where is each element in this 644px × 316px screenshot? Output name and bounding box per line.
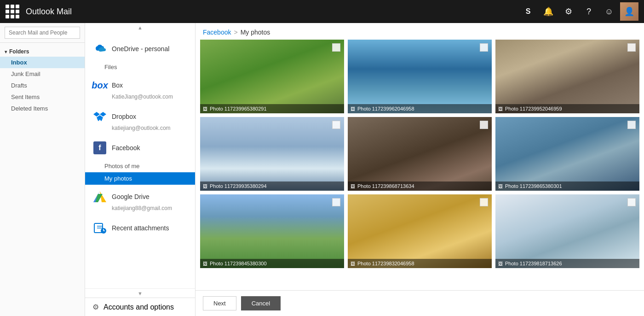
dropbox-email: katiejiang@outlook.com xyxy=(92,125,188,131)
sidebar-item-junk[interactable]: Junk Email xyxy=(0,68,85,80)
photo-item-2[interactable]: 🖼 Photo 117239962046958 xyxy=(348,40,492,113)
scroll-up-arrow[interactable]: ▲ xyxy=(85,23,195,32)
breadcrumb-current: My photos xyxy=(241,29,270,36)
source-facebook[interactable]: f Facebook xyxy=(85,136,195,160)
onedrive-icon xyxy=(92,41,107,56)
sidebar-item-deleted[interactable]: Deleted Items xyxy=(0,103,85,114)
source-googledrive[interactable]: Google Drive katiejiang88@gmail.com xyxy=(85,185,195,216)
cancel-button[interactable]: Cancel xyxy=(241,296,281,310)
folders-section: ▾ Folders Inbox Junk Email Drafts Sent I… xyxy=(0,43,85,118)
photo-checkbox-8[interactable] xyxy=(480,198,488,206)
photo-label-6: 🖼 Photo 117239865380301 xyxy=(495,181,639,191)
sidebar-item-sent[interactable]: Sent Items xyxy=(0,91,85,103)
photo-checkbox-2[interactable] xyxy=(480,43,488,52)
scroll-down-arrow[interactable]: ▼ xyxy=(85,288,195,298)
photo-icon-4: 🖼 xyxy=(203,184,207,189)
search-input[interactable] xyxy=(5,27,80,39)
box-icon: box xyxy=(92,78,107,93)
photo-label-5: 🖼 Photo 117239868713634 xyxy=(348,181,492,191)
photo-item-5[interactable]: 🖼 Photo 117239868713634 xyxy=(348,117,492,191)
photo-icon-7: 🖼 xyxy=(203,261,207,266)
photo-item-3[interactable]: 🖼 Photo 117239952046959 xyxy=(495,40,639,113)
breadcrumb: Facebook > My photos xyxy=(196,23,644,40)
photo-item-7[interactable]: 🖼 Photo 117239845380300 xyxy=(200,194,344,268)
bottom-bar: Next Cancel xyxy=(196,290,644,316)
googledrive-icon xyxy=(92,189,107,204)
photo-icon-5: 🖼 xyxy=(351,184,355,189)
photo-icon-3: 🖼 xyxy=(498,106,503,111)
photo-checkbox-3[interactable] xyxy=(627,43,636,52)
content-area: Facebook > My photos 🖼 Photo 11723996538… xyxy=(196,23,644,316)
smiley-button[interactable]: ☺ xyxy=(600,2,618,21)
photo-item-4[interactable]: 🖼 Photo 117239935380294 xyxy=(200,117,344,191)
accounts-label: Accounts and options xyxy=(104,303,174,311)
recent-attachments-icon xyxy=(92,221,107,235)
app-header: Outlook Mail S 🔔 ⚙ ? ☺ 👤 xyxy=(0,0,644,23)
photo-label-4: 🖼 Photo 117239935380294 xyxy=(200,181,344,191)
next-button[interactable]: Next xyxy=(203,296,236,310)
dropbox-name: Dropbox xyxy=(112,113,136,120)
photo-label-3: 🖼 Photo 117239952046959 xyxy=(495,104,639,113)
photo-checkbox-7[interactable] xyxy=(332,198,340,206)
box-name: Box xyxy=(112,82,123,89)
photo-icon-2: 🖼 xyxy=(351,106,355,111)
facebook-my-photos[interactable]: My photos xyxy=(85,172,195,185)
photo-icon-9: 🖼 xyxy=(498,261,503,266)
photo-label-7: 🖼 Photo 117239845380300 xyxy=(200,259,344,268)
source-box[interactable]: box Box KatieJiang@outlook.com xyxy=(85,73,195,105)
sidebar-left: ▾ Folders Inbox Junk Email Drafts Sent I… xyxy=(0,23,85,316)
header-icon-group: S 🔔 ⚙ ? ☺ 👤 xyxy=(519,2,638,21)
source-recent[interactable]: Recent attachments xyxy=(85,216,195,240)
waffle-menu[interactable] xyxy=(6,5,19,18)
sidebar-item-inbox[interactable]: Inbox xyxy=(0,57,85,68)
photo-checkbox-1[interactable] xyxy=(332,43,340,52)
folders-header[interactable]: ▾ Folders xyxy=(0,47,85,57)
source-dropbox[interactable]: Dropbox katiejiang@outlook.com xyxy=(85,105,195,136)
onedrive-name: OneDrive - personal xyxy=(112,45,169,53)
svg-marker-0 xyxy=(93,112,100,117)
photo-item-9[interactable]: 🖼 Photo 117239818713626 xyxy=(495,194,639,268)
folders-label: Folders xyxy=(9,48,29,55)
photo-item-1[interactable]: 🖼 Photo 117239965380291 xyxy=(200,40,344,113)
photo-icon-8: 🖼 xyxy=(351,261,355,266)
avatar-image: 👤 xyxy=(620,2,638,21)
photo-checkbox-4[interactable] xyxy=(332,121,340,129)
photo-checkbox-6[interactable] xyxy=(627,121,636,129)
photo-label-9: 🖼 Photo 117239818713626 xyxy=(495,259,639,268)
photo-checkbox-9[interactable] xyxy=(627,198,636,206)
photo-icon-1: 🖼 xyxy=(203,106,207,111)
photo-item-8[interactable]: 🖼 Photo 117239832046958 xyxy=(348,194,492,268)
dropbox-icon xyxy=(92,109,107,124)
photo-icon-6: 🖼 xyxy=(498,184,503,189)
facebook-photos-of-me[interactable]: Photos of me xyxy=(85,160,195,172)
avatar[interactable]: 👤 xyxy=(620,2,638,21)
app-title: Outlook Mail xyxy=(26,7,519,17)
photo-grid: 🖼 Photo 117239965380291 🖼 Photo 11723996… xyxy=(200,40,639,268)
settings-button[interactable]: ⚙ xyxy=(559,2,578,21)
help-button[interactable]: ? xyxy=(580,2,598,21)
photo-checkbox-5[interactable] xyxy=(480,121,488,129)
accounts-options[interactable]: ⚙ Accounts and options xyxy=(85,298,195,316)
facebook-icon: f xyxy=(92,140,107,155)
chevron-down-icon: ▾ xyxy=(5,49,7,54)
googledrive-email: katiejiang88@gmail.com xyxy=(92,205,188,211)
googledrive-name: Google Drive xyxy=(112,193,150,200)
sidebar-middle: ▲ OneDrive - personal Files xyxy=(85,23,196,316)
search-bar xyxy=(0,23,85,43)
skype-button[interactable]: S xyxy=(519,2,537,21)
sources-list: OneDrive - personal Files box Box KatieJ… xyxy=(85,32,195,287)
onedrive-files[interactable]: Files xyxy=(85,61,195,73)
svg-marker-1 xyxy=(100,112,106,117)
source-onedrive[interactable]: OneDrive - personal xyxy=(85,37,195,61)
photo-item-6[interactable]: 🖼 Photo 117239865380301 xyxy=(495,117,639,191)
breadcrumb-separator: > xyxy=(234,29,237,36)
photo-label-8: 🖼 Photo 117239832046958 xyxy=(348,259,492,268)
box-email: KatieJiang@outlook.com xyxy=(92,94,188,100)
photo-label-1: 🖼 Photo 117239965380291 xyxy=(200,104,344,113)
notifications-button[interactable]: 🔔 xyxy=(539,2,558,21)
facebook-name: Facebook xyxy=(112,144,140,152)
breadcrumb-parent[interactable]: Facebook xyxy=(203,29,231,36)
sidebar-item-drafts[interactable]: Drafts xyxy=(0,80,85,91)
recent-attachments-name: Recent attachments xyxy=(112,224,169,232)
photo-grid-wrapper: 🖼 Photo 117239965380291 🖼 Photo 11723996… xyxy=(196,40,644,290)
